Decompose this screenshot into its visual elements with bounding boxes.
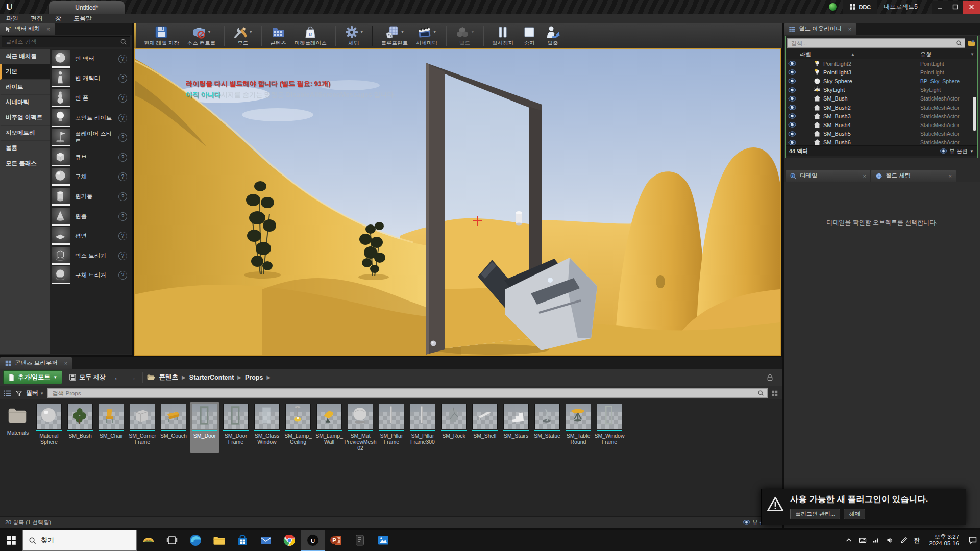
taskbar-clock[interactable]: 오후 3:272024-05-16 [925, 534, 963, 547]
level-tab[interactable]: Untitled* [48, 1, 125, 14]
level-viewport[interactable]: 라이팅을 다시 빌드해야 합니다 (빌드 필요: 91개) 아직 아니다시지를 … [134, 48, 781, 356]
visibility-eye-icon[interactable] [786, 139, 801, 145]
toolbar-blueprints-button[interactable]: ▼블루프린트 [377, 23, 412, 48]
place-item-포인트 라이트[interactable]: 포인트 라이트? [50, 108, 132, 128]
class-search-input[interactable] [5, 38, 120, 45]
type-filter-icon[interactable]: ▼ [970, 52, 974, 57]
place-item-빈 캐릭터[interactable]: 빈 캐릭터? [50, 69, 132, 89]
outliner-row-PointLight3[interactable]: PointLight3PointLight [786, 68, 977, 77]
asset-SM_Lamp_ Ceiling[interactable]: SM_Lamp_ Ceiling [283, 402, 313, 453]
toolbar-settings-button[interactable]: ▼세팅 [340, 23, 368, 48]
asset-search-input[interactable] [51, 390, 757, 397]
toolbar-cinematics-button[interactable]: ▼시네마틱 [412, 23, 442, 48]
category-최근 배치됨[interactable]: 최근 배치됨 [0, 49, 50, 64]
outliner-row-SM_Bush3[interactable]: SM_Bush3StaticMeshActor [786, 112, 977, 120]
outliner-row-SM_Bush4[interactable]: SM_Bush4StaticMeshActor [786, 120, 977, 129]
place-item-원기둥[interactable]: 원기둥? [50, 187, 132, 207]
toolbar-save-level-button[interactable]: 현재 레벨 저장 [140, 23, 183, 48]
start-button[interactable] [0, 530, 22, 551]
asset-SM_Chair[interactable]: SM_Chair [96, 402, 126, 453]
menu-파일[interactable]: 파일 [0, 14, 24, 23]
place-item-구체 트리거[interactable]: 구체 트리거? [50, 266, 132, 286]
outliner-row-Sky Sphere[interactable]: Sky SphereBP_Sky_Sphere [786, 77, 977, 85]
tray-chevron-up-icon[interactable] [845, 536, 853, 544]
filter-button[interactable]: 필터 ▼ [26, 389, 44, 397]
back-button[interactable]: ← [112, 373, 124, 382]
help-icon[interactable]: ? [118, 252, 127, 260]
taskbar-app-powerpoint-icon[interactable]: P [325, 530, 348, 551]
help-icon[interactable]: ? [118, 212, 127, 221]
ime-indicator[interactable]: 한 [914, 536, 920, 545]
asset-Material Sphere[interactable]: Material Sphere [34, 402, 64, 453]
add-import-button[interactable]: 추가/임포트 ▼ [3, 370, 62, 384]
place-item-큐브[interactable]: 큐브? [50, 147, 132, 167]
help-icon[interactable]: ? [118, 232, 127, 240]
toast-button-해제[interactable]: 해제 [844, 509, 865, 519]
taskbar-app-edge-icon[interactable] [184, 530, 207, 551]
notification-center-icon[interactable] [968, 536, 977, 545]
breadcrumb-Props[interactable]: Props [245, 374, 263, 381]
category-기본[interactable]: 기본 [0, 64, 50, 80]
asset-SM_Couch[interactable]: SM_Couch [159, 402, 188, 453]
sources-panel-icon[interactable] [4, 390, 12, 397]
taskbar-app-chrome-icon[interactable] [278, 530, 301, 551]
forward-button[interactable]: → [127, 373, 138, 382]
tray-touch-keyboard-icon[interactable] [859, 536, 867, 544]
close-tab-icon[interactable]: × [848, 26, 851, 32]
tab-details[interactable]: i 디테일 × [786, 170, 870, 182]
tray-network-icon[interactable] [872, 536, 880, 544]
visibility-eye-icon[interactable] [786, 121, 801, 128]
tray-volume-icon[interactable] [886, 536, 894, 544]
visibility-eye-icon[interactable] [786, 69, 801, 76]
close-tab-icon[interactable]: × [64, 360, 67, 366]
asset-SM_Rock[interactable]: SM_Rock [439, 402, 469, 453]
toolbar-source-control-button[interactable]: ▼소스 컨트롤 [183, 23, 219, 48]
category-시네마틱[interactable]: 시네마틱 [0, 95, 50, 110]
outliner-row-SkyLight[interactable]: SkyLightSkyLight [786, 86, 977, 94]
asset-Materials[interactable]: Materials [3, 402, 33, 453]
save-all-button[interactable]: 모두 저장 [66, 373, 108, 382]
task-view-icon[interactable] [160, 530, 184, 551]
asset-SM_Lamp_ Wall[interactable]: SM_Lamp_ Wall [314, 402, 344, 453]
asset-SM_Pillar Frame300[interactable]: SM_Pillar Frame300 [408, 402, 437, 453]
close-tab-icon[interactable]: × [949, 173, 952, 179]
place-item-플레이어 스타트[interactable]: 플레이어 스타트? [50, 128, 132, 147]
category-비주얼 이펙트[interactable]: 비주얼 이펙트 [0, 110, 50, 126]
visibility-eye-icon[interactable] [786, 87, 801, 93]
widgets-weather-icon[interactable] [137, 530, 160, 551]
taskbar-search-box[interactable]: 찾기 [22, 530, 137, 551]
taskbar-app-store-icon[interactable] [231, 530, 254, 551]
outliner-row-SM_Bush5[interactable]: SM_Bush5StaticMeshActor [786, 130, 977, 138]
outliner-row-SM_Bush2[interactable]: SM_Bush2StaticMeshActor [786, 103, 977, 112]
menu-도움말[interactable]: 도움말 [67, 14, 98, 23]
visibility-eye-icon[interactable] [786, 113, 801, 119]
asset-SM_Statue[interactable]: SM_Statue [532, 402, 562, 453]
tab-world-settings[interactable]: 월드 세팅 × [871, 170, 956, 182]
close-button[interactable] [963, 1, 980, 14]
asset-SM_Door[interactable]: SM_Door [190, 402, 219, 453]
close-tab-icon[interactable]: × [863, 173, 866, 179]
tray-pen-icon[interactable] [900, 536, 908, 544]
ddc-button[interactable]: DDC [843, 0, 877, 14]
category-라이트[interactable]: 라이트 [0, 80, 50, 95]
asset-SM_Bush[interactable]: SM_Bush [65, 402, 95, 453]
asset-SM_Table Round[interactable]: SM_Table Round [564, 402, 593, 453]
visibility-eye-icon[interactable] [786, 104, 801, 111]
toolbar-stop-button[interactable]: 중지 [518, 23, 541, 48]
visibility-eye-icon[interactable] [786, 131, 801, 137]
maximize-button[interactable] [947, 1, 963, 14]
tab-content-browser[interactable]: 콘텐츠 브라우저 × [0, 357, 72, 369]
help-icon[interactable]: ? [118, 172, 127, 181]
help-icon[interactable]: ? [118, 55, 127, 63]
asset-SM_Door Frame[interactable]: SM_Door Frame [221, 402, 251, 453]
toolbar-modes-button[interactable]: ▼모드 [229, 23, 257, 48]
place-item-구체[interactable]: 구체? [50, 167, 132, 187]
help-icon[interactable]: ? [118, 192, 127, 201]
category-볼륨[interactable]: 볼륨 [0, 141, 50, 156]
asset-SM_Window Frame[interactable]: SM_Window Frame [595, 402, 624, 453]
asset-SM_Pillar Frame[interactable]: SM_Pillar Frame [377, 402, 406, 453]
taskbar-app-mail-icon[interactable] [254, 530, 278, 551]
asset-SM_Stairs[interactable]: SM_Stairs [501, 402, 531, 453]
tab-world-outliner[interactable]: 월드 아웃라이너 × [784, 23, 856, 35]
place-item-빈 폰[interactable]: 빈 폰? [50, 88, 132, 108]
